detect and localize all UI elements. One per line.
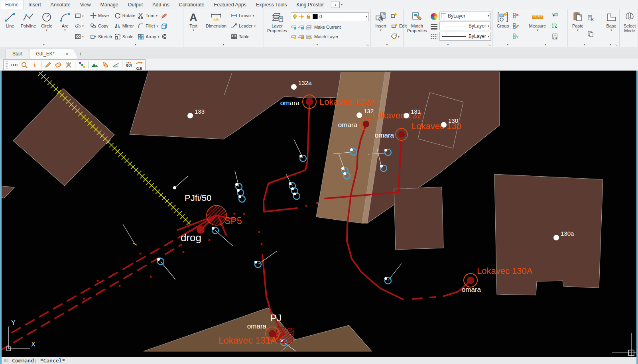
edit-pencil-button[interactable] — [44, 61, 52, 69]
layer-dropdown[interactable]: 0 ▾ — [291, 12, 369, 21]
connection-point[interactable] — [341, 167, 344, 170]
text-dropdown-icon[interactable]: ▾ — [193, 29, 194, 32]
power-cable-line[interactable] — [430, 297, 435, 297]
ribbon-minimize-icon[interactable]: ▴ — [331, 2, 340, 8]
utilities-panel-expand-icon[interactable]: ▾ — [545, 43, 546, 46]
insert-button[interactable]: Insert ▾ — [372, 10, 390, 42]
copy-clip-button[interactable] — [587, 31, 594, 37]
ribbon-tab-output[interactable]: Output — [123, 0, 148, 9]
layer-on-bulb-icon[interactable] — [292, 14, 297, 19]
ribbon-tab-home[interactable]: Home — [0, 0, 24, 9]
base-dropdown-icon[interactable]: ▾ — [610, 29, 612, 32]
power-cable-line[interactable] — [264, 208, 297, 212]
omara-node[interactable] — [363, 121, 370, 128]
connection-point[interactable] — [293, 193, 296, 195]
make-current-icon[interactable] — [306, 24, 312, 30]
color-dropdown[interactable]: ByLayer▾ — [439, 12, 491, 20]
parcel-point-label[interactable]: 133 — [195, 108, 205, 115]
parcel-point[interactable] — [441, 122, 447, 128]
lokavec-label[interactable]: Lokavec 130A — [477, 266, 533, 276]
cable-dot[interactable] — [316, 202, 318, 204]
connection-point[interactable] — [289, 182, 291, 185]
lokavec-label[interactable]: Lokavec 131A — [219, 335, 277, 346]
cable-dot[interactable] — [139, 252, 141, 254]
dimension-button[interactable]: Dimension — [203, 10, 229, 42]
layer-freeze-icon[interactable] — [291, 24, 297, 30]
linetype-icon[interactable] — [431, 34, 437, 39]
leader-dropdown-icon[interactable]: ▾ — [254, 25, 256, 28]
building-footprint[interactable] — [494, 174, 603, 295]
map-label[interactable]: drog — [181, 232, 201, 244]
signal-button[interactable] — [101, 61, 109, 69]
layers-panel-expand-icon[interactable]: ▾ — [317, 43, 318, 46]
building-footprint[interactable] — [13, 89, 114, 186]
power-cable-line[interactable] — [2, 245, 181, 350]
color-wheel-icon[interactable] — [431, 13, 437, 20]
leader-button[interactable]: Leader▾ — [230, 22, 256, 30]
station-hatch-circle[interactable] — [207, 205, 226, 225]
drawing-svg[interactable]: omaraLokavec 132AomaraLokavec 132omaraLo… — [2, 71, 636, 357]
lineweight-icon[interactable] — [431, 24, 437, 30]
omara-label[interactable]: omara — [462, 286, 481, 293]
cable-dot[interactable] — [260, 243, 262, 245]
file-tab-drawing[interactable]: GJI_EK*× — [29, 49, 78, 59]
ucs-y-label[interactable]: Y — [11, 319, 16, 326]
groups-panel-expand-icon[interactable]: ▾ — [507, 43, 509, 46]
mirror-button[interactable]: Mirror — [114, 22, 136, 30]
quick-select-button[interactable] — [551, 12, 558, 19]
node-chain-button[interactable] — [78, 61, 86, 69]
lokavec-label[interactable]: Lokavec 132A — [319, 97, 375, 107]
map-label[interactable]: PJ — [270, 313, 282, 323]
cable-dot[interactable] — [96, 279, 98, 281]
omara-node[interactable] — [398, 131, 405, 138]
ribbon-minimize-arrow-icon[interactable]: ▾ — [341, 3, 343, 6]
linetype-dropdown-arrow-icon[interactable]: ▾ — [488, 35, 489, 38]
match-layer-icon[interactable] — [306, 34, 312, 39]
map-label[interactable]: SP5 — [224, 216, 242, 226]
cable-dot[interactable] — [83, 297, 85, 299]
ribbon-tab-insert[interactable]: Insert — [24, 0, 45, 9]
parcel-point-label[interactable]: 131 — [411, 108, 421, 115]
terrain-button[interactable] — [91, 61, 99, 69]
parcel-point-label[interactable]: 132a — [298, 79, 312, 86]
toolbar-grip-handle[interactable] — [6, 61, 8, 69]
view-dialog-launcher-icon[interactable]: ↘ — [615, 43, 618, 47]
fillet-dropdown-icon[interactable]: ▾ — [157, 25, 158, 28]
building-footprint[interactable] — [281, 325, 372, 351]
block-panel-expand-icon[interactable]: ▾ — [386, 43, 388, 46]
layer-sun-state-icon[interactable] — [291, 34, 297, 39]
close-tab-icon[interactable]: × — [65, 51, 69, 57]
circle-button[interactable]: Circle ▾ — [38, 10, 55, 42]
ribbon-tab-view[interactable]: View — [75, 0, 96, 9]
parcel-point-label[interactable]: 130a — [561, 230, 574, 237]
arc-button[interactable]: Arc ▾ — [56, 10, 74, 42]
draw-panel-expand-icon[interactable]: ▾ — [43, 43, 45, 46]
stretch-button[interactable]: Stretch — [89, 33, 113, 41]
ribbon-tab-featured-apps[interactable]: Featured Apps — [209, 0, 251, 9]
ellipse-dropdown-icon[interactable]: ▾ — [82, 25, 84, 28]
match-properties-button[interactable]: Match Properties — [405, 10, 429, 42]
connection-point[interactable] — [235, 183, 238, 186]
insert-dropdown-icon[interactable]: ▾ — [380, 29, 382, 32]
leader-line[interactable] — [123, 224, 135, 244]
layer-color-swatch[interactable] — [313, 14, 318, 19]
cable-dot[interactable] — [131, 262, 133, 264]
view-panel-expand-icon[interactable]: ▾ — [610, 43, 611, 46]
lineweight-dropdown-arrow-icon[interactable]: ▾ — [488, 24, 489, 28]
leader-line[interactable] — [175, 176, 188, 188]
points-tool-button[interactable] — [10, 61, 18, 69]
connection-point[interactable] — [384, 149, 387, 152]
zoom-tool-button[interactable] — [20, 61, 28, 69]
parcel-point[interactable] — [553, 235, 559, 240]
cable-dot[interactable] — [182, 251, 184, 253]
info-tool-button[interactable]: i — [31, 61, 39, 69]
connection-point[interactable] — [212, 227, 215, 230]
fillet-button[interactable]: Fillet▾ — [137, 22, 160, 30]
hatch-dropdown-icon[interactable]: ▾ — [82, 35, 84, 38]
group-select-button[interactable] — [512, 33, 519, 40]
parcel-point[interactable] — [404, 113, 409, 118]
cut-button[interactable] — [587, 15, 594, 22]
ribbon-tab-king-prostor[interactable]: King.Prostor — [291, 0, 329, 9]
text-button[interactable]: A Text ▾ — [185, 10, 202, 42]
ribbon-tab-express-tools[interactable]: Express Tools — [251, 0, 292, 9]
